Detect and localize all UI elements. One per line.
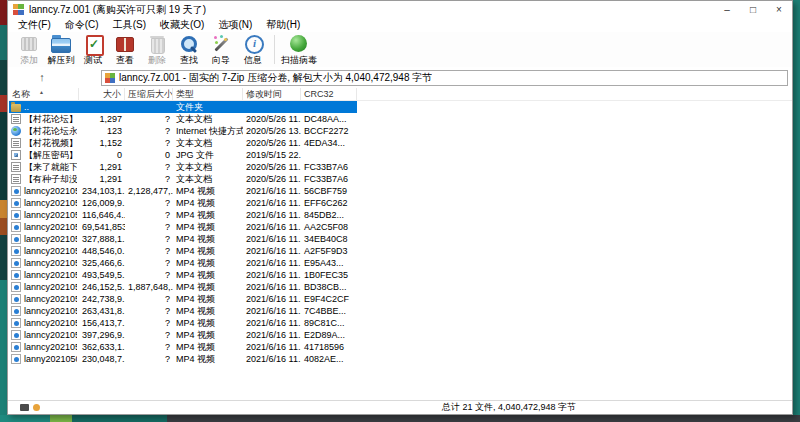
cell-modified-time: 2021/6/16 11...: [243, 306, 301, 316]
video-icon: [11, 246, 21, 256]
table-row[interactable]: 【村花视频】 ...1,152?文本文档2020/5/26 11...4EDA3…: [9, 137, 792, 149]
cell-packed-size: ?: [125, 174, 173, 184]
table-row[interactable]: lanncy2021050...493,549,5...?MP4 视频2021/…: [9, 269, 792, 281]
image-icon: [11, 150, 21, 160]
file-name: lanncy2021051...: [24, 342, 77, 352]
menu-item-options[interactable]: 选项(N): [211, 18, 259, 32]
add-button[interactable]: 添加: [14, 34, 44, 65]
cell-modified-time: 2021/6/16 11...: [243, 258, 301, 268]
table-row[interactable]: 【村花论坛永...123?Internet 快捷方式2020/5/26 13..…: [9, 125, 792, 137]
cell-size: 397,296,9...: [79, 330, 125, 340]
cell-modified-time: 2021/6/16 11...: [243, 354, 301, 364]
cell-size: 327,888,1...: [79, 234, 125, 244]
table-row[interactable]: lanncy2021050...397,296,9...?MP4 视频2021/…: [9, 329, 792, 341]
table-row[interactable]: lanncy2021050...234,103,1...2,128,477,..…: [9, 185, 792, 197]
scan-button[interactable]: 扫描病毒: [281, 34, 317, 65]
cell-modified-time: 2020/5/26 11...: [243, 138, 301, 148]
wizard-button[interactable]: 向导: [206, 34, 236, 65]
file-name: lanncy2021050...: [24, 258, 77, 268]
table-row[interactable]: lanny20210504...230,048,7...?MP4 视频2021/…: [9, 353, 792, 365]
column-header-size[interactable]: 大小: [79, 88, 125, 100]
find-button[interactable]: 查找: [174, 34, 204, 65]
column-header-mtime[interactable]: 修改时间: [243, 88, 301, 100]
table-row[interactable]: lanncy2021050...156,413,7...?MP4 视频2021/…: [9, 317, 792, 329]
minimize-button[interactable]: –: [714, 1, 740, 18]
cell-name: lanny20210504...: [9, 354, 79, 364]
column-header-packed[interactable]: 压缩后大小: [125, 88, 173, 100]
taskbar[interactable]: [0, 415, 800, 422]
delete-icon: [147, 34, 167, 54]
cell-size: 69,541,853: [79, 222, 125, 232]
extract-button[interactable]: 解压到: [46, 34, 76, 65]
cell-size: 325,466,6...: [79, 258, 125, 268]
menu-item-tools[interactable]: 工具(S): [106, 18, 153, 32]
cell-size: 126,009,9...: [79, 198, 125, 208]
wizard-icon: [211, 34, 231, 54]
column-header-name[interactable]: 名称▲: [9, 88, 79, 100]
text-icon: [11, 174, 21, 184]
column-header-crc[interactable]: CRC32: [301, 88, 357, 100]
table-row[interactable]: ..文件夹: [9, 101, 357, 113]
menu-item-command[interactable]: 命令(C): [58, 18, 106, 32]
extract-button-label: 解压到: [48, 55, 75, 65]
cell-name: lanncy2021050...: [9, 270, 79, 280]
window-controls: – □ ×: [714, 1, 792, 18]
maximize-button[interactable]: □: [740, 1, 766, 18]
table-row[interactable]: lanncy2021050...116,646,4...?MP4 视频2021/…: [9, 209, 792, 221]
table-row[interactable]: 【村花论坛】 ...1,297?文本文档2020/5/26 11...DC48A…: [9, 113, 792, 125]
cell-crc32: E9F4C2CF: [301, 294, 357, 304]
cell-size: 242,738,9...: [79, 294, 125, 304]
7zip-archive-icon: [105, 73, 115, 83]
cell-name: ..: [9, 102, 79, 112]
menu-item-help[interactable]: 帮助(H): [259, 18, 307, 32]
table-row[interactable]: 【来了就能下...1,291?文本文档2020/5/26 11...FC33B7…: [9, 161, 792, 173]
cell-crc32: DC48AA...: [301, 114, 357, 124]
info-icon: [243, 34, 263, 54]
title-bar[interactable]: lanncy.7z.001 (离购买许可只剩 19 天了) – □ ×: [8, 1, 792, 18]
cell-packed-size: 1,887,648,...: [125, 282, 173, 292]
table-row[interactable]: lanncy2021050...448,546,0...?MP4 视频2021/…: [9, 245, 792, 257]
table-row[interactable]: 【解压密码】 ...00JPG 文件2019/5/15 22...: [9, 149, 792, 161]
table-row[interactable]: 【有种子却没...1,291?文本文档2020/5/26 11...FC33B7…: [9, 173, 792, 185]
cell-size: 1,291: [79, 162, 125, 172]
table-row[interactable]: lanncy2021051...362,633,1...?MP4 视频2021/…: [9, 341, 792, 353]
wizard-button-label: 向导: [212, 55, 230, 65]
file-name: lanncy2021050...: [24, 330, 77, 340]
video-icon: [11, 282, 21, 292]
menu-item-file[interactable]: 文件(F): [11, 18, 58, 32]
menu-bar: 文件(F)命令(C)工具(S)收藏夹(O)选项(N)帮助(H): [8, 18, 792, 32]
desktop-left-sliver: [0, 0, 7, 422]
table-row[interactable]: lanncy2021050...246,152,5...1,887,648,..…: [9, 281, 792, 293]
cell-packed-size: ?: [125, 198, 173, 208]
close-button[interactable]: ×: [766, 1, 792, 18]
cell-modified-time: 2021/6/16 11...: [243, 294, 301, 304]
desktop-fragment: [0, 112, 7, 200]
table-row[interactable]: lanncy2021050...327,888,1...?MP4 视频2021/…: [9, 233, 792, 245]
video-icon: [11, 318, 21, 328]
cell-packed-size: ?: [125, 270, 173, 280]
test-button[interactable]: 测试: [78, 34, 108, 65]
table-row[interactable]: lanncy2021050...126,009,9...?MP4 视频2021/…: [9, 197, 792, 209]
cell-modified-time: 2020/5/26 11...: [243, 162, 301, 172]
menu-item-favorites[interactable]: 收藏夹(O): [153, 18, 211, 32]
table-row[interactable]: lanncy2021050...242,738,9...?MP4 视频2021/…: [9, 293, 792, 305]
cell-packed-size: ?: [125, 210, 173, 220]
video-icon: [11, 294, 21, 304]
toolbar-separator: [274, 35, 275, 64]
address-field[interactable]: lanncy.7z.001 - 固实的 7-Zip 压缩分卷, 解包大小为 4,…: [101, 70, 788, 86]
cell-modified-time: 2021/6/16 11...: [243, 270, 301, 280]
cell-modified-time: 2021/6/16 11...: [243, 210, 301, 220]
delete-button[interactable]: 删除: [142, 34, 172, 65]
table-row[interactable]: lanncy2021050...69,541,853?MP4 视频2021/6/…: [9, 221, 792, 233]
up-one-level-button[interactable]: ↑: [32, 70, 52, 86]
cell-name: lanncy2021050...: [9, 210, 79, 220]
cell-packed-size: ?: [125, 138, 173, 148]
view-button[interactable]: 查看: [110, 34, 140, 65]
cell-packed-size: ?: [125, 354, 173, 364]
column-header-type[interactable]: 类型: [173, 88, 243, 100]
info-button[interactable]: 信息: [238, 34, 268, 65]
info-button-label: 信息: [244, 55, 262, 65]
table-row[interactable]: lanncy2021050...325,466,6...?MP4 视频2021/…: [9, 257, 792, 269]
view-icon: [115, 34, 135, 54]
table-row[interactable]: lanncy2021050...263,431,8...?MP4 视频2021/…: [9, 305, 792, 317]
